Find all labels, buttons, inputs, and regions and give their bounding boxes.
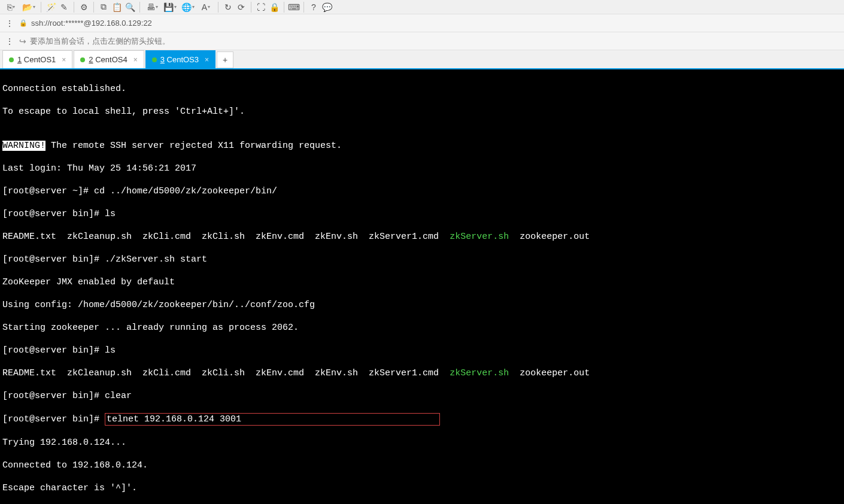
main-toolbar: ⎘▾📂▾🪄✎⚙⧉📋🔍🖶▾💾▾🌐▾A▾↻⟳⛶🔒⌨?💬 bbox=[0, 0, 844, 14]
term-line: To escape to local shell, press 'Ctrl+Al… bbox=[2, 106, 842, 117]
lock-icon[interactable]: 🔒 bbox=[268, 1, 280, 13]
status-dot-icon bbox=[152, 57, 157, 62]
feedback-icon[interactable]: 💬 bbox=[321, 1, 333, 13]
session-tab[interactable]: 2 CentOS4× bbox=[74, 50, 144, 68]
reconnect-icon[interactable]: 🪄 bbox=[45, 1, 57, 13]
executable-file: zkServer.sh bbox=[450, 368, 509, 378]
lock-indicator-icon: 🔒 bbox=[19, 19, 28, 27]
term-line: [root@server bin]# ls bbox=[2, 345, 842, 356]
dropdown-arrow-icon: ▾ bbox=[208, 4, 210, 10]
close-tab-icon[interactable]: × bbox=[62, 56, 66, 64]
address-bar: ⋮ 🔒 ssh://root:******@192.168.0.129:22 bbox=[0, 14, 844, 32]
toolbar-separator bbox=[251, 2, 251, 13]
term-line: ZooKeeper JMX enabled by default bbox=[2, 277, 842, 288]
properties-icon[interactable]: ⚙ bbox=[78, 1, 90, 13]
term-line: README.txt zkCleanup.sh zkCli.cmd zkCli.… bbox=[2, 368, 842, 379]
refresh-icon[interactable]: ↻ bbox=[222, 1, 234, 13]
print-icon[interactable]: 🖶▾ bbox=[144, 1, 160, 13]
toolbar-separator bbox=[74, 2, 74, 13]
dropdown-arrow-icon: ▾ bbox=[192, 4, 195, 10]
help-icon[interactable]: ? bbox=[308, 1, 320, 13]
sync-icon[interactable]: ⟳ bbox=[235, 1, 247, 13]
dropdown-arrow-icon: ▾ bbox=[156, 4, 158, 10]
session-tab[interactable]: 3 CentOS3× bbox=[145, 50, 215, 68]
new-session-icon[interactable]: ⎘▾ bbox=[2, 1, 19, 13]
find-icon[interactable]: 🔍 bbox=[124, 1, 136, 13]
toggle-sidebar-icon[interactable]: ⋮ bbox=[4, 17, 16, 29]
connection-url[interactable]: ssh://root:******@192.168.0.129:22 bbox=[31, 19, 152, 28]
close-tab-icon[interactable]: × bbox=[205, 56, 209, 64]
toolbar-separator bbox=[303, 2, 304, 13]
paste-icon[interactable]: 📋 bbox=[111, 1, 123, 13]
tab-label: 2 CentOS4 bbox=[89, 55, 127, 64]
hint-text: 要添加当前会话，点击左侧的箭头按钮。 bbox=[30, 36, 170, 47]
term-line: [root@server bin]# ./zkServer.sh start bbox=[2, 254, 842, 265]
status-dot-icon bbox=[80, 57, 85, 62]
term-line: README.txt zkCleanup.sh zkCli.cmd zkCli.… bbox=[2, 231, 842, 242]
toolbar-separator bbox=[93, 2, 94, 13]
globe-icon[interactable]: 🌐▾ bbox=[180, 1, 196, 13]
font-icon[interactable]: A▾ bbox=[198, 1, 214, 13]
toolbar-separator bbox=[284, 2, 284, 13]
keyboard-icon[interactable]: ⌨ bbox=[288, 1, 300, 13]
toolbar-separator bbox=[41, 2, 41, 13]
term-line: [root@server ~]# cd ../home/d5000/zk/zoo… bbox=[2, 186, 842, 197]
term-line: [root@server bin]# telnet 192.168.0.124 … bbox=[2, 413, 842, 426]
close-tab-icon[interactable]: × bbox=[133, 56, 138, 64]
term-line: Using config: /home/d5000/zk/zookeeper/b… bbox=[2, 299, 842, 311]
term-line: Connected to 192.168.0.124. bbox=[2, 460, 842, 471]
tab-label: 1 CentOS1 bbox=[17, 55, 56, 64]
term-line: Trying 192.168.0.124... bbox=[2, 437, 842, 448]
copy-icon[interactable]: ⧉ bbox=[98, 1, 110, 13]
term-line: [root@server bin]# clear bbox=[2, 390, 842, 402]
dropdown-arrow-icon: ▾ bbox=[174, 4, 177, 10]
disconnect-icon[interactable]: ✎ bbox=[58, 1, 70, 13]
term-line: Connection established. bbox=[2, 83, 842, 95]
add-session-arrow-icon[interactable]: ↪ bbox=[19, 37, 26, 46]
term-line: Last login: Thu May 25 14:56:21 2017 bbox=[2, 163, 842, 174]
fullscreen-icon[interactable]: ⛶ bbox=[255, 1, 267, 13]
new-tab-button[interactable]: + bbox=[217, 51, 233, 68]
terminal-output[interactable]: Connection established. To escape to loc… bbox=[0, 69, 844, 504]
session-tab[interactable]: 1 CentOS1× bbox=[2, 50, 72, 68]
open-icon[interactable]: 📂▾ bbox=[20, 1, 37, 13]
term-line: Starting zookeeper ... already running a… bbox=[2, 322, 842, 333]
bookmark-toggle-icon[interactable]: ⋮ bbox=[4, 35, 16, 47]
term-line: Escape character is '^]'. bbox=[2, 482, 842, 494]
dropdown-arrow-icon: ▾ bbox=[13, 4, 15, 10]
save-icon[interactable]: 💾▾ bbox=[162, 1, 178, 13]
toolbar-separator bbox=[139, 2, 140, 13]
dropdown-arrow-icon: ▾ bbox=[33, 4, 35, 10]
term-line: WARNING! The remote SSH server rejected … bbox=[2, 140, 842, 151]
warning-badge: WARNING! bbox=[2, 141, 45, 151]
highlight-telnet-cmd: telnet 192.168.0.124 3001 bbox=[105, 413, 440, 426]
term-line: [root@server bin]# ls bbox=[2, 208, 842, 220]
toolbar-separator bbox=[218, 2, 218, 13]
session-tabs: 1 CentOS1×2 CentOS4×3 CentOS3×+ bbox=[0, 50, 844, 69]
hint-bar: ⋮ ↪ 要添加当前会话，点击左侧的箭头按钮。 bbox=[0, 32, 844, 50]
executable-file: zkServer.sh bbox=[450, 232, 509, 242]
tab-label: 3 CentOS3 bbox=[160, 55, 199, 64]
status-dot-icon bbox=[9, 57, 14, 62]
